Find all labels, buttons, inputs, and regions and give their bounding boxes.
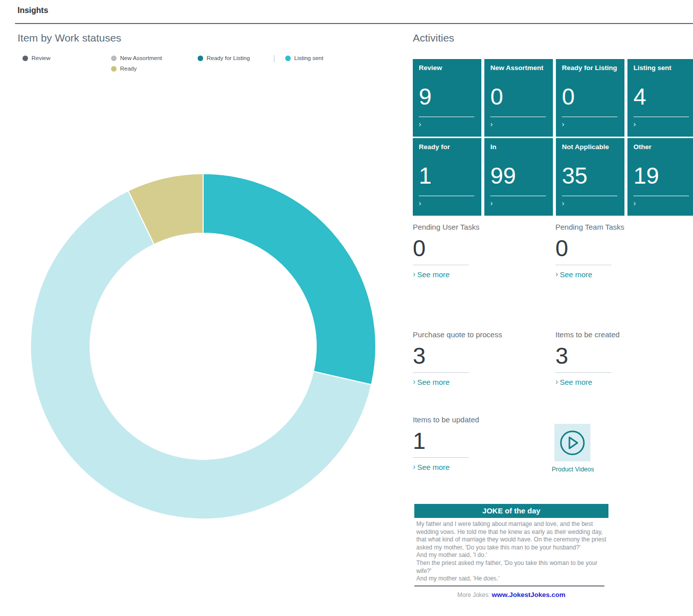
- chevron-right-icon: ›: [413, 462, 416, 472]
- legend-item-review[interactable]: Review: [23, 54, 51, 62]
- legend-item-ready-for-listing[interactable]: Ready for Listing: [198, 54, 250, 62]
- tile-label: Ready for Listing: [562, 64, 618, 85]
- tile-divider: [490, 196, 546, 196]
- legend-label: Review: [32, 55, 51, 61]
- legend-label: Ready: [120, 66, 137, 72]
- tile-not-applicable[interactable]: Not Applicable35›: [556, 138, 624, 216]
- joke-paragraph: My father and I were talking about marri…: [416, 520, 606, 551]
- joke-paragraph: And my mother said, 'I do.': [416, 551, 606, 559]
- tile-chevron-icon[interactable]: ›: [633, 120, 690, 128]
- tile-in[interactable]: In99›: [484, 138, 553, 216]
- stat-divider: [413, 457, 469, 458]
- chevron-right-icon: ›: [413, 269, 416, 279]
- joke-of-the-day-panel: JOKE of the day My father and I were tal…: [414, 504, 608, 598]
- legend-label: New Assortment: [120, 55, 162, 61]
- see-more-label: See more: [417, 378, 450, 386]
- tile-label: Listing sent: [633, 64, 690, 85]
- joke-body: My father and I were talking about marri…: [414, 518, 608, 583]
- joke-paragraph: And my mother said, 'He does.': [416, 575, 606, 583]
- joke-divider: [414, 585, 604, 586]
- joke-paragraph: Then the priest asked my father, 'Do you…: [416, 559, 606, 575]
- stat-label: Items to be created: [555, 330, 680, 339]
- legend-item-new-assortment[interactable]: New Assortment: [111, 54, 162, 62]
- tile-label: Ready for: [419, 143, 475, 164]
- legend-dot-ready-for-listing: [198, 56, 203, 61]
- legend-item-ready[interactable]: Ready: [111, 65, 137, 73]
- stat-value[interactable]: 1: [413, 429, 538, 453]
- legend-dot-listing-sent: [285, 56, 291, 61]
- joke-header: JOKE of the day: [414, 504, 608, 518]
- tile-divider: [419, 117, 474, 117]
- chevron-right-icon: ›: [556, 269, 558, 279]
- tile-chevron-icon[interactable]: ›: [490, 120, 547, 128]
- see-more-link-items-to-be-updated[interactable]: ›See more: [413, 462, 538, 472]
- tile-review[interactable]: Review9›: [413, 59, 481, 137]
- tile-chevron-icon[interactable]: ›: [562, 199, 618, 207]
- stat-divider: [413, 265, 469, 265]
- chevron-right-icon: ›: [413, 377, 416, 387]
- stat-label: Pending Team Tasks: [555, 223, 680, 231]
- tile-chevron-icon[interactable]: ›: [490, 199, 547, 207]
- tile-value: 99: [490, 164, 547, 190]
- see-more-label: See more: [417, 463, 450, 471]
- tile-value: 1: [419, 164, 475, 190]
- insights-page: Insights Item by Work statuses Activitie…: [0, 0, 693, 616]
- tile-label: Other: [633, 143, 690, 164]
- legend-item-listing-sent[interactable]: Listing sent: [285, 54, 323, 62]
- tile-label: Review: [419, 64, 475, 85]
- product-videos-button[interactable]: [554, 424, 590, 461]
- stat-value[interactable]: 3: [413, 344, 538, 368]
- tile-label: In: [490, 143, 547, 164]
- tile-divider: [633, 117, 689, 117]
- tile-value: 4: [633, 85, 690, 111]
- tile-ready-for[interactable]: Ready for1›: [413, 138, 481, 216]
- tile-chevron-icon[interactable]: ›: [562, 120, 618, 128]
- tile-chevron-icon[interactable]: ›: [419, 120, 475, 128]
- tile-value: 19: [633, 164, 690, 190]
- legend-dot-new-assortment: [111, 56, 117, 61]
- tile-divider: [562, 117, 617, 117]
- tile-value: 0: [562, 85, 618, 111]
- activity-tiles-grid: Review9›New Assortment0›Ready for Listin…: [413, 59, 693, 216]
- more-jokes-link[interactable]: www.JokestJokes.com: [492, 591, 565, 598]
- play-icon: [558, 429, 586, 457]
- stat-label: Purchase quote to process: [413, 330, 538, 339]
- tile-chevron-icon[interactable]: ›: [419, 199, 475, 207]
- work-statuses-donut-chart[interactable]: [30, 173, 376, 519]
- stat-purchase-quote-to-process: Purchase quote to process3›See more: [413, 330, 538, 387]
- stat-label: Items to be updated: [413, 415, 538, 424]
- tile-divider: [562, 196, 617, 196]
- legend-label: Listing sent: [294, 55, 323, 61]
- see-more-link-purchase-quote-to-process[interactable]: ›See more: [413, 377, 538, 387]
- stat-value[interactable]: 3: [555, 344, 680, 368]
- tile-other[interactable]: Other19›: [627, 138, 693, 216]
- tile-label: New Assortment: [490, 64, 547, 85]
- joke-footer: More Jokes: www.JokestJokes.com: [414, 591, 608, 598]
- tile-new-assortment[interactable]: New Assortment0›: [484, 59, 553, 137]
- stat-value[interactable]: 0: [555, 236, 680, 260]
- tile-listing-sent[interactable]: Listing sent4›: [627, 59, 693, 137]
- legend-dot-ready: [111, 66, 117, 72]
- stat-items-to-be-created: Items to be created3›See more: [555, 330, 680, 387]
- header-divider: [15, 23, 693, 24]
- see-more-link-items-to-be-created[interactable]: ›See more: [555, 377, 680, 387]
- legend-separator: [274, 55, 275, 62]
- donut-slice-listing-sent[interactable]: [203, 174, 376, 385]
- tile-chevron-icon[interactable]: ›: [633, 199, 690, 207]
- tile-divider: [490, 117, 546, 117]
- see-more-link-pending-team-tasks[interactable]: ›See more: [555, 269, 680, 279]
- see-more-link-pending-user-tasks[interactable]: ›See more: [413, 269, 538, 279]
- tile-value: 9: [419, 85, 475, 111]
- activities-title: Activities: [413, 32, 454, 44]
- more-jokes-label: More Jokes:: [457, 591, 490, 598]
- tile-value: 35: [562, 164, 618, 190]
- tile-ready-for-listing[interactable]: Ready for Listing0›: [556, 59, 624, 137]
- see-more-label: See more: [560, 270, 592, 279]
- see-more-label: See more: [417, 270, 450, 279]
- tile-value: 0: [490, 85, 547, 111]
- chevron-right-icon: ›: [556, 377, 558, 387]
- stat-value[interactable]: 0: [413, 236, 538, 260]
- tile-divider: [633, 196, 689, 196]
- see-more-label: See more: [560, 378, 592, 386]
- product-videos-label: Product Videos: [552, 466, 594, 473]
